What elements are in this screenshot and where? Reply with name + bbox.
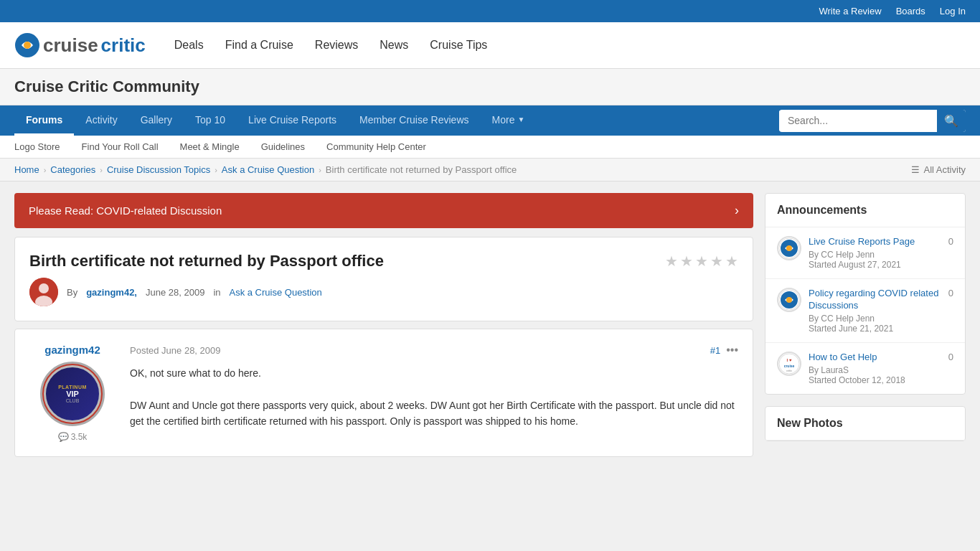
announcement-title-2[interactable]: Policy regarding COVID related Discussio… xyxy=(809,288,941,312)
tab-activity[interactable]: Activity xyxy=(74,105,128,136)
announcement-count-1: 0 xyxy=(948,236,953,247)
post-author-column: gazingm42 PLATINUM VIP CLUB 💬 3.5k xyxy=(29,344,116,442)
main-navigation: Deals Find a Cruise Reviews News Cruise … xyxy=(174,39,488,52)
nav-news[interactable]: News xyxy=(380,39,408,52)
announcement-count-3: 0 xyxy=(948,352,953,362)
post-inner: gazingm42 PLATINUM VIP CLUB 💬 3.5k xyxy=(15,329,753,456)
right-column: Announcements Live Cruise Reports Page B… xyxy=(765,193,966,457)
post-comments-count: 💬 3.5k xyxy=(29,432,116,442)
comment-bubble-icon: 💬 xyxy=(58,432,69,442)
post-container: gazingm42 PLATINUM VIP CLUB 💬 3.5k xyxy=(14,329,753,457)
boards-link[interactable]: Boards xyxy=(896,6,925,17)
forums-nav-items: Forums Activity Gallery Top 10 Live Crui… xyxy=(14,105,536,136)
site-header: cruisecritic Deals Find a Cruise Reviews… xyxy=(0,22,980,69)
breadcrumb-categories[interactable]: Categories xyxy=(50,164,95,175)
svg-text:I ♥: I ♥ xyxy=(787,358,792,362)
announcement-title-3[interactable]: How to Get Help xyxy=(809,352,941,364)
in-label: in xyxy=(213,287,220,298)
announcement-by-2: By CC Help Jenn xyxy=(809,314,941,324)
topic-header: Birth certificate not returned by Passpo… xyxy=(14,237,753,321)
subnav-guidelines[interactable]: Guidelines xyxy=(261,141,305,152)
search-box: 🔍 xyxy=(779,110,966,132)
star-4: ★ xyxy=(710,253,723,270)
topic-forum-link[interactable]: Ask a Cruise Question xyxy=(230,287,322,298)
nav-find-cruise[interactable]: Find a Cruise xyxy=(225,39,293,52)
by-label: By xyxy=(67,287,77,298)
vip-label: VIP xyxy=(66,390,79,398)
tab-live-cruise-reports[interactable]: Live Cruise Reports xyxy=(237,105,348,136)
topic-date: June 28, 2009 xyxy=(146,287,204,298)
svg-point-10 xyxy=(786,297,792,303)
tab-forums[interactable]: Forums xyxy=(14,105,74,136)
breadcrumb-ask-cruise[interactable]: Ask a Cruise Question xyxy=(222,164,314,175)
nav-reviews[interactable]: Reviews xyxy=(315,39,358,52)
topic-title-row: Birth certificate not returned by Passpo… xyxy=(29,252,738,270)
covid-banner-arrow: › xyxy=(735,203,739,218)
announcement-icon-1 xyxy=(777,236,801,260)
star-rating: ★ ★ ★ ★ ★ xyxy=(665,253,738,270)
announcement-title-1[interactable]: Live Cruise Reports Page xyxy=(809,236,941,248)
more-dropdown-icon: ▼ xyxy=(517,116,524,123)
announcement-body-1: Live Cruise Reports Page By CC Help Jenn… xyxy=(809,236,941,270)
nav-deals[interactable]: Deals xyxy=(174,39,204,52)
avatar-icon xyxy=(29,278,58,306)
post-date-value: June 28, 2009 xyxy=(161,345,220,356)
new-photos-card: New Photos xyxy=(765,406,966,441)
logo-text-critic: critic xyxy=(101,34,146,57)
breadcrumb-sep-2: › xyxy=(100,166,103,174)
announcement-date-2: Started June 21, 2021 xyxy=(809,324,941,334)
search-button[interactable]: 🔍 xyxy=(937,110,966,132)
covid-banner[interactable]: Please Read: COVID-related Discussion › xyxy=(14,193,753,228)
subnav-community-help[interactable]: Community Help Center xyxy=(326,141,426,152)
tab-top10[interactable]: Top 10 xyxy=(184,105,237,136)
nav-cruise-tips[interactable]: Cruise Tips xyxy=(430,39,487,52)
platinum-label: PLATINUM xyxy=(58,385,87,390)
topic-author-link[interactable]: gazingm42, xyxy=(86,287,137,298)
subnav-meet-mingle[interactable]: Meet & Mingle xyxy=(180,141,240,152)
breadcrumb-sep-3: › xyxy=(215,166,217,174)
announcement-date-1: Started August 27, 2021 xyxy=(809,260,941,270)
tab-more[interactable]: More ▼ xyxy=(481,105,537,136)
announcements-header: Announcements xyxy=(765,194,965,227)
star-1: ★ xyxy=(665,253,678,270)
announcement-body-3: How to Get Help By LauraS Started Octobe… xyxy=(809,352,941,385)
breadcrumb-cruise-discussion[interactable]: Cruise Discussion Topics xyxy=(107,164,210,175)
write-review-link[interactable]: Write a Review xyxy=(819,6,881,17)
active-tab-indicator xyxy=(39,133,50,139)
platinum-badge: PLATINUM VIP CLUB xyxy=(44,365,101,423)
breadcrumb-home[interactable]: Home xyxy=(14,164,39,175)
star-2: ★ xyxy=(680,253,693,270)
site-logo[interactable]: cruisecritic xyxy=(14,32,146,58)
announcement-by-3: By LauraS xyxy=(809,365,941,375)
post-actions: #1 ••• xyxy=(710,344,738,357)
new-photos-header: New Photos xyxy=(765,407,965,441)
login-link[interactable]: Log In xyxy=(940,6,966,17)
community-bar: Cruise Critic Community xyxy=(0,69,980,105)
post-paragraph-1: OK, not sure what to do here. xyxy=(130,365,738,381)
announcement-item-3: I ♥ cruise critic How to Get Help By Lau… xyxy=(765,343,965,394)
tab-gallery[interactable]: Gallery xyxy=(129,105,184,136)
all-activity-link[interactable]: ☰ All Activity xyxy=(911,164,966,175)
cruise-critic-logo-icon xyxy=(14,32,40,58)
ilove-icon: I ♥ cruise critic xyxy=(778,353,800,375)
post-number[interactable]: #1 xyxy=(710,345,720,356)
subnav-find-roll-call[interactable]: Find Your Roll Call xyxy=(82,141,159,152)
post-date: Posted June 28, 2009 xyxy=(130,345,221,356)
announcement-date-3: Started October 12, 2018 xyxy=(809,375,941,385)
topic-meta: By gazingm42, June 28, 2009 in Ask a Cru… xyxy=(29,278,738,306)
post-options-button[interactable]: ••• xyxy=(726,344,738,357)
left-column: Please Read: COVID-related Discussion › … xyxy=(14,193,753,457)
post-content-column: Posted June 28, 2009 #1 ••• OK, not sure… xyxy=(130,344,738,442)
top-bar: Write a Review Boards Log In xyxy=(0,0,980,22)
post-header: Posted June 28, 2009 #1 ••• xyxy=(130,344,738,357)
tab-member-cruise-reviews[interactable]: Member Cruise Reviews xyxy=(348,105,480,136)
sub-navigation: Logo Store Find Your Roll Call Meet & Mi… xyxy=(0,136,980,159)
announcement-icon-2 xyxy=(777,288,801,312)
logo-text-cruise: cruise xyxy=(43,34,98,57)
main-content: Please Read: COVID-related Discussion › … xyxy=(0,182,980,468)
svg-text:cruise: cruise xyxy=(784,364,795,368)
search-input[interactable] xyxy=(779,110,937,131)
post-author-name[interactable]: gazingm42 xyxy=(29,344,116,356)
subnav-logo-store[interactable]: Logo Store xyxy=(14,141,60,152)
vip-sub-label: CLUB xyxy=(66,398,80,403)
